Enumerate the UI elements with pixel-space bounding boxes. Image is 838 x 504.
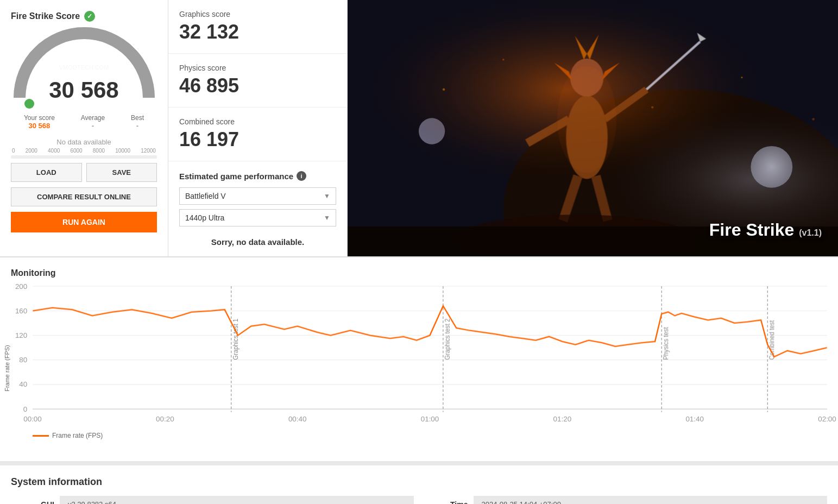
left-panel: Fire Strike Score ✓ 30 568 VMODTECH.COM …	[0, 0, 168, 256]
axis-2000: 2000	[26, 148, 37, 154]
no-data-label: No data available	[11, 138, 157, 146]
svg-point-23	[651, 106, 653, 108]
time-value: 2024-08-25 14:04 +07:00	[474, 496, 828, 504]
average-value: -	[81, 122, 105, 130]
gauge-container: 30 568 VMODTECH.COM	[14, 27, 155, 109]
chart-wrapper: Frame rate (FPS) 200 160 120 80	[11, 286, 827, 450]
game-perf-title: Estimated game performance i	[179, 171, 336, 181]
compare-button[interactable]: COMPARE RESULT ONLINE	[11, 187, 157, 206]
save-button[interactable]: SAVE	[86, 163, 157, 182]
game-dropdown-arrow: ▼	[324, 192, 330, 200]
axis-6000: 6000	[70, 148, 82, 154]
svg-text:200: 200	[15, 282, 27, 290]
game-perf-title-text: Estimated game performance	[179, 172, 293, 181]
axis-8000: 8000	[93, 148, 105, 154]
resolution-dropdown[interactable]: 1440p Ultra ▼	[179, 209, 336, 226]
axis-12000: 12000	[141, 148, 156, 154]
middle-panel: Graphics score 32 132 Physics score 46 8…	[168, 0, 348, 256]
best-score-item: Best -	[131, 114, 144, 130]
combined-value: 16 197	[179, 128, 336, 151]
svg-point-21	[443, 88, 445, 90]
average-label: Average	[81, 114, 105, 122]
resolution-dropdown-arrow: ▼	[324, 214, 330, 222]
svg-point-24	[741, 77, 742, 78]
game-select-value: Battlefield V	[185, 192, 226, 200]
gui-item: GUI v2.29.8282 s64	[11, 496, 414, 504]
svg-text:01:00: 01:00	[421, 415, 439, 423]
svg-text:160: 160	[15, 307, 27, 314]
run-again-button[interactable]: RUN AGAIN	[11, 212, 157, 232]
check-icon: ✓	[84, 11, 95, 22]
physics-value: 46 895	[179, 74, 336, 97]
svg-text:Graphics test 2: Graphics test 2	[444, 319, 451, 360]
bar-axis: 0 2000 4000 6000 8000 10000 12000	[11, 148, 157, 154]
best-label: Best	[131, 114, 144, 122]
svg-text:120: 120	[15, 331, 27, 339]
graphics-label: Graphics score	[179, 10, 336, 18]
svg-text:0: 0	[23, 405, 27, 413]
axis-0: 0	[12, 148, 15, 154]
main-score: 30 568	[49, 77, 118, 103]
monitoring-chart: 200 160 120 80 40 0 Graphics test 1 Grap…	[33, 286, 827, 427]
svg-text:01:20: 01:20	[553, 415, 572, 423]
system-section: System information GUI v2.29.8282 s64 Ti…	[0, 461, 838, 504]
svg-text:80: 80	[19, 356, 27, 364]
chart-legend: Frame rate (FPS)	[33, 432, 827, 439]
svg-text:40: 40	[19, 381, 27, 388]
your-score-item: Your score 30 568	[24, 114, 55, 130]
svg-text:Combined test: Combined test	[768, 320, 775, 360]
bar-area	[11, 155, 157, 159]
svg-text:02:00: 02:00	[818, 415, 836, 423]
panel-title: Fire Strike Score ✓	[11, 11, 157, 22]
time-label: Time	[425, 500, 468, 505]
game-performance-panel: Estimated game performance i Battlefield…	[168, 161, 347, 256]
legend-line-icon	[33, 435, 49, 437]
resolution-select-value: 1440p Ultra	[185, 213, 224, 222]
svg-text:00:20: 00:20	[156, 415, 174, 423]
hero-version: (v1.1)	[799, 228, 822, 237]
svg-text:00:00: 00:00	[23, 415, 42, 423]
monitoring-title: Monitoring	[11, 268, 827, 278]
panel-title-text: Fire Strike Score	[11, 11, 80, 21]
legend-label: Frame rate (FPS)	[52, 432, 103, 439]
best-value: -	[131, 122, 144, 130]
physics-score-card: Physics score 46 895	[168, 54, 347, 108]
hero-title: Fire Strike (v1.1)	[709, 220, 822, 240]
gui-label: GUI	[11, 500, 54, 505]
axis-10000: 10000	[115, 148, 130, 154]
load-save-row: LOAD SAVE	[11, 163, 157, 182]
gauge-dot	[24, 99, 34, 109]
load-button[interactable]: LOAD	[11, 163, 82, 182]
combined-label: Combined score	[179, 117, 336, 126]
axis-4000: 4000	[48, 148, 60, 154]
svg-text:Physics test: Physics test	[662, 327, 669, 360]
physics-label: Physics score	[179, 64, 336, 72]
system-title: System information	[11, 476, 827, 488]
hero-art	[348, 0, 838, 256]
y-axis-label: Frame rate (FPS)	[4, 345, 10, 392]
watermark: VMODTECH.COM	[59, 64, 109, 72]
your-score-value: 30 568	[24, 122, 55, 130]
game-no-data: Sorry, no data available.	[179, 237, 336, 247]
time-item: Time 2024-08-25 14:04 +07:00	[425, 496, 828, 504]
svg-point-25	[812, 118, 814, 120]
svg-rect-26	[33, 286, 827, 409]
svg-text:01:40: 01:40	[685, 415, 704, 423]
svg-text:00:40: 00:40	[288, 415, 307, 423]
info-icon[interactable]: i	[297, 171, 306, 181]
graphics-score-card: Graphics score 32 132	[168, 0, 347, 54]
system-row: GUI v2.29.8282 s64 Time 2024-08-25 14:04…	[11, 496, 827, 504]
hero-title-text: Fire Strike	[709, 220, 795, 240]
hero-panel: Fire Strike (v1.1)	[348, 0, 838, 256]
svg-point-18	[557, 66, 617, 173]
your-score-label: Your score	[24, 114, 55, 122]
svg-point-22	[502, 59, 504, 60]
game-dropdown[interactable]: Battlefield V ▼	[179, 187, 336, 205]
graphics-value: 32 132	[179, 21, 336, 43]
gui-value: v2.29.8282 s64	[60, 496, 414, 504]
score-comparison: Your score 30 568 Average - Best -	[11, 114, 157, 130]
combined-score-card: Combined score 16 197	[168, 108, 347, 161]
average-score-item: Average -	[81, 114, 105, 130]
monitoring-section: Monitoring Frame rate (FPS) 200 160	[0, 257, 838, 461]
